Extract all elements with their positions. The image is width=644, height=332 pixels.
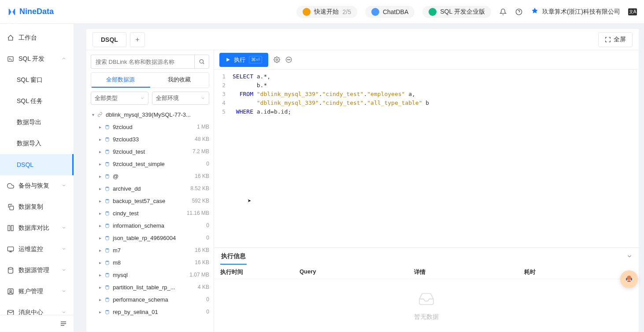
ai-icon — [371, 8, 379, 16]
org-switcher[interactable]: 玖章算术(浙江)科技有限公司 — [531, 7, 620, 16]
help-icon[interactable] — [515, 8, 523, 16]
quickstart-label: 快速开始 — [314, 8, 339, 16]
quickstart-pill[interactable]: 快速开始 2/5 — [296, 6, 357, 18]
sidebar-item-datasource[interactable]: 数据源管理 — [0, 260, 74, 281]
collapse-sidebar-icon[interactable] — [59, 320, 67, 328]
exec-empty-state: 暂无数据 — [214, 279, 639, 332]
tree-db-item[interactable]: ▸m716 KB — [89, 244, 211, 256]
svg-point-12 — [105, 137, 108, 138]
sidebar-item-label: 账户管理 — [19, 288, 43, 295]
svg-point-26 — [105, 310, 108, 311]
sidebar-item-message[interactable]: 消息中心 — [0, 302, 74, 315]
svg-point-16 — [105, 186, 108, 188]
bell-icon[interactable] — [499, 8, 507, 16]
database-icon — [104, 309, 110, 315]
sidebar-item-account[interactable]: 账户管理 — [0, 281, 74, 302]
chevron-down-icon — [201, 96, 205, 100]
caret-right-icon: ▸ — [97, 248, 103, 253]
cloud-icon — [7, 182, 14, 189]
language-toggle[interactable]: 文A — [628, 8, 637, 15]
tree-root[interactable]: ▾dblink_mysql_339(MySQL-77-3... — [89, 108, 211, 121]
tree-db-item[interactable]: ▸information_schema0 — [89, 219, 211, 232]
tree-db-item[interactable]: ▸9zcloud1 MB — [89, 121, 211, 133]
caret-right-icon: ▸ — [97, 260, 103, 265]
filter-env-select[interactable]: 全部环境 — [152, 92, 210, 105]
svg-rect-5 — [7, 247, 13, 251]
sql-editor[interactable]: 12345 SELECT a.*, b.* FROM "dblink_mysql… — [214, 70, 639, 247]
sidebar-item-replicate[interactable]: 数据复制 — [0, 196, 74, 218]
tree-db-item[interactable]: ▸backup_test57_case592 KB — [89, 195, 211, 207]
svg-point-13 — [105, 149, 108, 151]
sidebar-item-sqldev[interactable]: SQL 开发 — [0, 48, 74, 70]
support-button[interactable] — [620, 270, 638, 288]
sidebar-item-import[interactable]: 数据导入 — [0, 133, 74, 154]
diff-icon — [7, 225, 14, 232]
tree-db-item[interactable]: ▸archive_dd8.52 KB — [89, 182, 211, 195]
chevron-down-icon — [61, 246, 67, 253]
chatdba-pill[interactable]: ChatDBA — [365, 6, 415, 18]
database-icon — [104, 148, 110, 155]
sidebar-item-sqlwin[interactable]: SQL 窗口 — [0, 70, 74, 91]
search-input[interactable] — [91, 55, 194, 69]
sidebar-item-sqltask[interactable]: SQL 任务 — [0, 91, 74, 112]
sidebar-item-label: 备份与恢复 — [19, 182, 49, 190]
col-time: 执行时间 — [220, 268, 300, 276]
tree-db-item[interactable]: ▸@16 KB — [89, 170, 211, 182]
col-cost: 耗时 — [524, 268, 633, 276]
db-name: mysql — [113, 272, 187, 278]
chevron-up-icon — [61, 55, 67, 63]
seg-favorites[interactable]: 我的收藏 — [150, 73, 209, 88]
sidebar-item-label: 数据导入 — [17, 140, 41, 148]
sidebar-item-monitor[interactable]: 运维监控 — [0, 239, 74, 260]
tree-db-item[interactable]: ▸9zcloud_test7.2 MB — [89, 145, 211, 158]
tree-db-item[interactable]: ▸performance_schema0 — [89, 293, 211, 306]
tree-db-item[interactable]: ▸json_table_rp_496960040 — [89, 232, 211, 244]
tree-db-item[interactable]: ▸mysql1.07 MB — [89, 269, 211, 281]
tree-db-item[interactable]: ▸rep_by_selina_010 — [89, 306, 211, 318]
collapse-panel-icon[interactable] — [626, 253, 633, 261]
logo[interactable]: NineData — [7, 7, 54, 17]
svg-point-19 — [105, 223, 108, 225]
tree-db-item[interactable]: ▸9zcloud3348 KB — [89, 133, 211, 145]
tree-db-item[interactable]: ▸m816 KB — [89, 256, 211, 269]
sidebar-item-dsql[interactable]: DSQL — [0, 154, 74, 175]
database-icon — [104, 124, 110, 130]
sidebar-item-backup[interactable]: 备份与恢复 — [0, 175, 74, 196]
tree-db-item[interactable]: ▸cindy_test11.16 MB — [89, 207, 211, 219]
caret-right-icon: ▸ — [97, 125, 103, 129]
tab-dsql[interactable]: DSQL — [93, 32, 126, 47]
sidebar-item-label: SQL 开发 — [19, 55, 44, 63]
chevron-down-icon — [61, 309, 67, 315]
db-size: 16 KB — [195, 259, 209, 266]
caret-right-icon: ▸ — [97, 186, 103, 191]
seg-all-datasources[interactable]: 全部数据源 — [91, 73, 150, 88]
add-tab-button[interactable] — [130, 32, 145, 47]
run-button[interactable]: 执行 ⌘⏎ — [219, 53, 268, 67]
caret-right-icon: ▸ — [97, 137, 103, 142]
database-icon — [104, 272, 110, 278]
settings-icon[interactable] — [274, 56, 280, 63]
database-icon — [104, 136, 110, 142]
sidebar-item-compare[interactable]: 数据库对比 — [0, 218, 74, 239]
db-size: 16 KB — [195, 173, 209, 179]
sidebar-item-export[interactable]: 数据导出 — [0, 112, 74, 133]
exec-info-tab[interactable]: 执行信息 — [220, 249, 247, 265]
rocket-icon — [303, 8, 311, 16]
tree-db-item[interactable]: ▸9zcloud_test_simple0 — [89, 158, 211, 170]
run-label: 执行 — [234, 56, 245, 64]
db-size: 1 MB — [197, 124, 209, 130]
monitor-icon — [7, 246, 14, 253]
edition-pill[interactable]: SQL 开发企业版 — [422, 6, 491, 18]
svg-point-29 — [287, 59, 288, 60]
terminal-icon — [7, 55, 14, 63]
filter-type-select[interactable]: 全部类型 — [91, 92, 148, 105]
caret-right-icon: ▸ — [97, 211, 103, 216]
svg-point-15 — [105, 174, 108, 175]
search-button[interactable] — [194, 55, 209, 69]
chevron-down-icon — [61, 182, 67, 189]
sidebar-item-workbench[interactable]: 工作台 — [0, 27, 74, 48]
tree-db-item[interactable]: ▸partition_list_table_rp_...4 KB — [89, 281, 211, 293]
db-size: 1.07 MB — [189, 272, 209, 278]
more-icon[interactable] — [285, 56, 292, 63]
fullscreen-button[interactable]: 全屏 — [598, 32, 633, 47]
